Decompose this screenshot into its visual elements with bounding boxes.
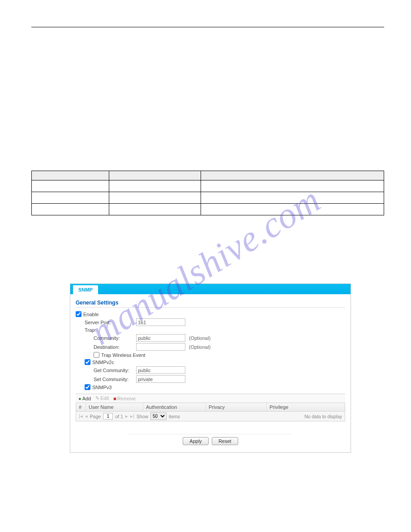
remove-icon: ■ — [113, 396, 116, 401]
table-row — [32, 192, 384, 204]
apply-button[interactable]: Apply — [183, 437, 209, 445]
snmpv3-label: SNMPv3 — [92, 385, 111, 390]
pager-page-pre: Page — [90, 414, 101, 419]
header-rule — [31, 27, 384, 27]
trap-community-label: Community: — [94, 335, 136, 341]
snmpv2c-label: SNMPv2c — [92, 360, 114, 365]
vt-h3 — [201, 171, 384, 180]
grid-toolbar: ●Add ✎Edit ■Remove — [76, 394, 345, 403]
pager-show-label: Show — [137, 414, 148, 419]
trap-wireless-label: Trap Wireless Event — [101, 352, 146, 358]
get-community-input[interactable] — [136, 366, 185, 374]
vt-h1 — [32, 171, 109, 180]
col-privilege[interactable]: Privilege — [267, 403, 345, 411]
snmpv3-checkbox[interactable] — [85, 384, 90, 390]
edit-label: Edit — [100, 395, 109, 401]
get-community-label: Get Community: — [94, 368, 136, 373]
section-title: General Settings — [76, 298, 345, 308]
add-button[interactable]: ●Add — [78, 396, 91, 401]
trap-header: Trap: — [85, 327, 345, 333]
server-port-label: Server Port: — [85, 320, 136, 325]
add-label: Add — [82, 396, 91, 401]
snmp-panel: SNMP General Settings Enable Server Port… — [70, 283, 351, 453]
grid-header: # User Name Authentication Privacy Privi… — [76, 403, 345, 412]
pager: |◂ ◂ Page of 1 ▸ ▸| Show 50 items No dat… — [76, 412, 345, 421]
pager-last-icon[interactable]: ▸| — [130, 413, 134, 419]
trap-community-input[interactable] — [136, 334, 185, 342]
trap-destination-optional: (Optional) — [189, 344, 210, 350]
enable-checkbox[interactable] — [76, 311, 81, 317]
pager-page-post: of 1 — [115, 414, 123, 419]
trap-community-optional: (Optional) — [189, 335, 210, 341]
version-table — [31, 171, 384, 215]
col-username[interactable]: User Name — [86, 403, 143, 411]
col-privacy[interactable]: Privacy — [206, 403, 267, 411]
table-row — [32, 204, 384, 215]
pager-first-icon[interactable]: |◂ — [79, 413, 83, 419]
set-community-label: Set Community: — [94, 377, 136, 382]
enable-label: Enable — [83, 312, 98, 317]
remove-label: Remove — [117, 396, 136, 401]
trap-destination-input[interactable] — [136, 343, 185, 351]
pager-page-input[interactable] — [103, 413, 113, 420]
reset-button[interactable]: Reset — [212, 437, 238, 445]
col-auth[interactable]: Authentication — [143, 403, 206, 411]
trap-destination-label: Destination: — [94, 344, 136, 350]
pager-nodata: No data to display — [304, 414, 342, 419]
edit-icon: ✎ — [95, 395, 99, 401]
tab-snmp[interactable]: SNMP — [73, 285, 98, 294]
pager-size-select[interactable]: 50 — [150, 412, 167, 420]
pager-items-label: items — [169, 414, 180, 419]
vt-h2 — [109, 171, 201, 180]
trap-wireless-checkbox[interactable] — [94, 352, 99, 358]
set-community-input[interactable] — [136, 375, 185, 383]
edit-button[interactable]: ✎Edit — [95, 395, 109, 401]
snmpv2c-checkbox[interactable] — [85, 359, 90, 365]
pager-next-icon[interactable]: ▸ — [125, 413, 128, 419]
add-icon: ● — [78, 396, 81, 401]
remove-button[interactable]: ■Remove — [113, 396, 136, 401]
col-num[interactable]: # — [76, 403, 86, 411]
tab-strip: SNMP — [70, 284, 351, 294]
server-port-input[interactable] — [136, 318, 185, 326]
action-row: Apply Reset — [129, 434, 291, 446]
pager-prev-icon[interactable]: ◂ — [85, 413, 88, 419]
table-row — [32, 180, 384, 192]
